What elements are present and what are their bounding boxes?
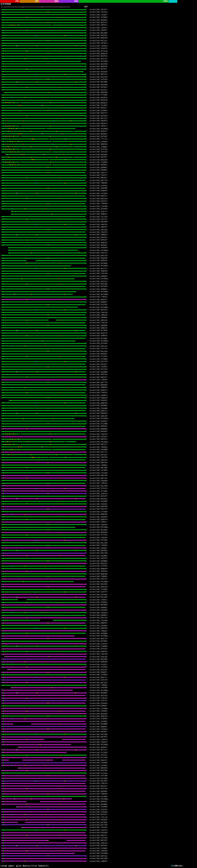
hit-alignment-bar[interactable] [1, 415, 86, 416]
hit-label[interactable]: UniRef100_C9SQE5 [90, 720, 107, 723]
hit-label[interactable]: UniRef100_A9TUQ7 [90, 135, 107, 137]
hit-alignment-bar[interactable] [1, 516, 86, 517]
hit-alignment-bar[interactable] [1, 718, 86, 719]
hit-alignment-bar[interactable] [1, 382, 86, 383]
hit-label[interactable]: UniRef100_C4S0W0 [90, 707, 107, 710]
hit-alignment-bar[interactable] [1, 739, 86, 740]
hit-alignment-bar[interactable] [1, 260, 86, 261]
hit-label[interactable]: UniRef100_A9TWJ8 [90, 285, 107, 287]
hit-label[interactable]: UniRef100_B3RJX2 [90, 345, 107, 347]
hit-label[interactable]: UniRef100_C5MAL7 [90, 521, 107, 523]
hit-alignment-bar[interactable] [1, 100, 86, 101]
hit-alignment-bar[interactable] [1, 320, 86, 320]
hit-alignment-bar[interactable] [1, 408, 86, 409]
hit-label[interactable]: UniRef100_Q14K70 [90, 47, 107, 50]
hit-label[interactable]: UniRef100_B3U9X8 [90, 831, 107, 834]
hit-label[interactable]: UniRef100_Q29EA7 [90, 244, 107, 246]
hit-label[interactable]: UniRef100_B4J271 [90, 267, 107, 270]
hit-label[interactable]: UniRef100_C0H5D4 [90, 446, 107, 448]
hit-alignment-bar[interactable] [1, 102, 86, 103]
hit-label[interactable]: UniRef100_B3S3T8 [90, 360, 107, 363]
hit-alignment-bar[interactable] [1, 418, 74, 419]
hit-alignment-bar[interactable] [1, 291, 76, 292]
hit-alignment-bar[interactable] [1, 221, 86, 222]
hit-label[interactable]: UniRef100_B9LN90 [90, 32, 107, 34]
hit-label[interactable]: UniRef100_A5HCZ0 [90, 842, 107, 844]
hit-alignment-bar[interactable] [1, 32, 86, 33]
hit-label[interactable]: UniRef100_A4D1Z3 [90, 252, 107, 254]
hit-label[interactable]: UniRef100_Q8SF04 [90, 65, 107, 68]
hit-alignment-bar[interactable] [1, 17, 86, 18]
hit-label[interactable]: UniRef100_C0S1H3 [90, 151, 107, 153]
hit-label[interactable]: UniRef100_C5DEJ4 [90, 492, 107, 495]
hit-label[interactable]: UniRef100_Q6FJK1 [90, 477, 107, 479]
hit-alignment-bar[interactable] [1, 353, 86, 354]
hit-label[interactable]: UniRef100_Q5BKV1 [90, 725, 107, 728]
hit-label[interactable]: UniRef100_Q6BJN6 [90, 573, 107, 575]
hit-alignment-bar[interactable] [1, 105, 86, 106]
hit-alignment-bar[interactable] [1, 449, 86, 450]
hit-label[interactable]: UniRef100_B5SFU5 [90, 694, 107, 697]
hit-alignment-bar[interactable] [1, 76, 86, 77]
hit-label[interactable]: UniRef100_Q5B0F1 [90, 671, 107, 673]
hit-label[interactable]: UniRef100_C0NU95 [90, 182, 107, 184]
hit-alignment-bar[interactable] [1, 327, 86, 328]
hit-alignment-bar[interactable] [1, 229, 86, 230]
hit-alignment-bar[interactable] [1, 698, 86, 699]
hit-alignment-bar[interactable] [1, 711, 86, 712]
hit-label[interactable]: UniRef100_A5DQG7 [90, 547, 107, 549]
hit-label[interactable]: UniRef100_A0C9V7 [90, 156, 107, 158]
hit-alignment-bar[interactable] [1, 842, 86, 843]
hit-alignment-bar[interactable] [1, 304, 86, 305]
hit-label[interactable]: UniRef100_Q81B73 [90, 122, 107, 125]
hit-label[interactable]: UniRef100_C5E8N9 [90, 645, 107, 648]
hit-alignment-bar[interactable] [4, 656, 86, 657]
hit-alignment-bar[interactable] [1, 550, 86, 551]
hit-label[interactable]: UniRef100_C6TH70 [90, 78, 107, 81]
hit-alignment-bar[interactable] [1, 814, 86, 815]
hit-label[interactable]: UniRef100_Q42422 [90, 34, 107, 37]
hit-label[interactable]: UniRef100_Q6FWK8 [90, 603, 107, 606]
hit-label[interactable]: UniRef100_A7A4Y6 [90, 643, 107, 645]
hit-alignment-bar[interactable] [1, 69, 86, 70]
hit-label[interactable]: UniRef100_B5VJX8 [90, 552, 107, 554]
hit-label[interactable]: UniRef100_B3LPH8 [90, 485, 107, 487]
hit-alignment-bar[interactable] [1, 522, 86, 523]
hit-alignment-bar[interactable] [1, 571, 86, 572]
hit-alignment-bar[interactable] [1, 97, 86, 98]
hit-label[interactable]: UniRef100_B4P1A9 [90, 254, 107, 257]
hit-label[interactable]: UniRef100_A3J0K9 [90, 795, 107, 798]
hit-alignment-bar[interactable] [1, 167, 86, 168]
hit-alignment-bar[interactable] [1, 700, 86, 701]
hit-label[interactable]: UniRef100_B0X2F7 [90, 376, 107, 378]
hit-label[interactable]: UniRef100_C8ZQJ9 [90, 612, 107, 614]
hit-alignment-bar[interactable] [1, 840, 86, 841]
hit-alignment-bar[interactable] [1, 811, 86, 812]
hit-label[interactable]: UniRef100_B0Y7F9 [90, 179, 107, 182]
hit-alignment-bar[interactable] [1, 661, 86, 662]
hit-alignment-bar[interactable] [1, 641, 86, 642]
hit-alignment-bar[interactable] [9, 400, 86, 401]
hit-alignment-bar[interactable] [1, 268, 86, 269]
hit-alignment-bar[interactable] [1, 465, 86, 466]
hit-alignment-bar[interactable] [1, 713, 86, 714]
hit-label[interactable]: UniRef100_Q69EY0 [90, 52, 107, 55]
hit-alignment-bar[interactable] [1, 607, 86, 608]
hit-alignment-bar[interactable] [1, 692, 86, 693]
hit-label[interactable]: UniRef100_B6QZ69 [90, 159, 107, 161]
hit-label[interactable]: UniRef100_C5FC57 [90, 218, 107, 220]
hit-alignment-bar[interactable] [1, 685, 86, 686]
hit-alignment-bar[interactable] [1, 646, 86, 647]
hit-alignment-bar[interactable] [1, 659, 86, 659]
hit-label[interactable]: UniRef100_Q6CW48 [90, 529, 107, 531]
hit-alignment-bar[interactable] [1, 271, 86, 272]
hit-alignment-bar[interactable] [18, 768, 86, 769]
hit-label[interactable]: UniRef100_B3NZR0 [90, 257, 107, 259]
hit-alignment-bar[interactable] [1, 345, 86, 346]
hit-alignment-bar[interactable] [11, 214, 86, 215]
hit-alignment-bar[interactable] [1, 845, 86, 846]
hit-label[interactable]: UniRef100_B5U0W5 [90, 803, 107, 805]
hit-label[interactable]: UniRef100_A6ZMB3 [90, 555, 107, 557]
hit-alignment-bar[interactable] [1, 133, 86, 134]
hit-label[interactable]: UniRef100_B3RWF3 [90, 614, 107, 616]
